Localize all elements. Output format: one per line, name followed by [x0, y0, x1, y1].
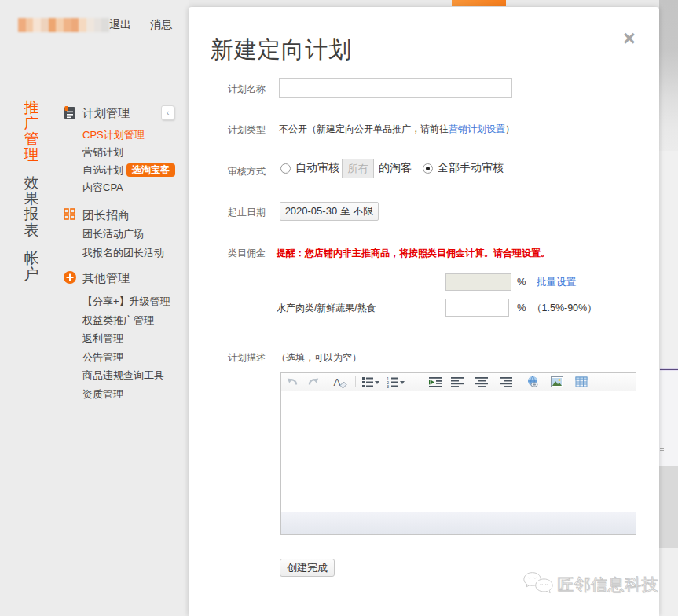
plan-type-label: 计划类型: [228, 123, 266, 137]
vnav-promotion[interactable]: 推 广 管 理: [23, 100, 40, 163]
plan-name-input[interactable]: [279, 78, 512, 98]
page-top-strip: [189, 0, 664, 7]
plus-circle-icon: [64, 271, 76, 284]
batch-commission-input[interactable]: [445, 273, 511, 291]
sidebar-item-qualification[interactable]: 资质管理: [82, 387, 123, 402]
vnav-account[interactable]: 帐 户: [23, 251, 40, 282]
clipboard-icon: [64, 106, 75, 119]
batch-setting-link[interactable]: 批量设置: [537, 276, 576, 289]
right-strip-bottom: [659, 548, 678, 616]
commission-warning: 提醒：您店铺内非主推商品，将按照类目佣金计算。请合理设置。: [277, 247, 550, 260]
screen: 退出 消息 推 广 管 理 效 果 报 表 帐 户 计划管理 ‹: [0, 0, 678, 616]
new-plan-dialog: 新建定向计划 × 计划名称 计划类型 不公开（新建定向公开单品推广，请前往营销计…: [189, 7, 659, 616]
align-right-icon[interactable]: [500, 376, 512, 388]
sidebar-item-rebate[interactable]: 返利管理: [82, 331, 123, 346]
svg-text:A: A: [334, 376, 341, 388]
date-range-button[interactable]: 2020-05-30 至 不限: [280, 202, 379, 221]
percent-sign-1: %: [517, 276, 526, 288]
right-strip-mid: [659, 151, 678, 368]
toolbar-separator-icon: [355, 376, 356, 387]
auto-review-option[interactable]: 自动审核: [295, 161, 339, 175]
percent-sign-2: %: [517, 302, 526, 314]
rich-text-editor: A 123: [280, 372, 636, 535]
auto-review-radio[interactable]: [280, 163, 291, 174]
editor-statusbar: [281, 512, 636, 534]
editor-toolbar: A 123: [281, 373, 636, 391]
taoke-badge: 选淘宝客: [126, 163, 175, 177]
redo-icon[interactable]: [307, 376, 320, 388]
right-strip-gray: [659, 466, 678, 548]
plan-type-text: 不公开（新建定向公开单品推广，请前往营销计划设置）: [279, 123, 515, 136]
manual-review-radio[interactable]: [423, 163, 433, 174]
align-center-icon[interactable]: [475, 376, 488, 388]
image-icon[interactable]: [551, 376, 563, 388]
bullet-list-caret-icon[interactable]: [374, 376, 380, 388]
sidebar-item-leader-plaza[interactable]: 团长活动广场: [82, 226, 144, 241]
indent-icon[interactable]: [429, 376, 442, 388]
watermark-text: 匠邻信息科技: [557, 574, 658, 596]
manual-review-option[interactable]: 全部手动审核: [438, 161, 504, 175]
taoke-suffix: 的淘客: [379, 161, 412, 175]
sidebar-item-announcement[interactable]: 公告管理: [82, 350, 123, 365]
category-label: 水产肉类/新鲜蔬果/熟食: [277, 302, 376, 315]
sidebar-item-self-select[interactable]: 自选计划选淘宝客: [82, 163, 175, 178]
toolbar-separator-icon: [324, 376, 324, 387]
category-commission-input[interactable]: [445, 299, 509, 317]
taoke-scope-select[interactable]: 所有: [342, 159, 374, 178]
purple-divider: [660, 368, 678, 370]
plan-name-label: 计划名称: [228, 82, 266, 96]
grid-icon: [64, 208, 75, 220]
orange-header-bar: [452, 0, 506, 6]
numbered-list-caret-icon[interactable]: [399, 376, 405, 388]
vertical-nav: 推 广 管 理 效 果 报 表 帐 户: [23, 100, 40, 295]
marketing-plan-settings-link[interactable]: 营销计划设置: [449, 123, 505, 134]
right-strip-top: [659, 0, 678, 151]
description-hint: （选填，可以为空）: [277, 351, 361, 365]
sidebar-section-plan[interactable]: 计划管理: [82, 106, 130, 121]
commission-range: （1.5%-90%）: [532, 302, 597, 315]
sidebar-item-content-cpa[interactable]: 内容CPA: [82, 180, 123, 195]
create-complete-button[interactable]: 创建完成: [280, 559, 335, 577]
date-range-label: 起止日期: [228, 206, 266, 219]
sidebar-item-cps[interactable]: CPS计划管理: [82, 127, 145, 142]
svg-text:3: 3: [387, 384, 389, 389]
sidebar-item-rights-promo[interactable]: 权益类推广管理: [82, 313, 154, 328]
vnav-reports[interactable]: 效 果 报 表: [23, 175, 40, 238]
description-label: 计划描述: [228, 351, 266, 365]
commission-label: 类目佣金: [228, 247, 266, 260]
bullet-list-icon[interactable]: [361, 376, 374, 388]
numbered-list-icon[interactable]: 123: [387, 376, 399, 388]
close-icon[interactable]: ×: [619, 28, 640, 49]
watermark: 匠邻信息科技: [523, 571, 658, 597]
sidebar-section-leader[interactable]: 团长招商: [82, 208, 130, 223]
sidebar-item-marketing[interactable]: 营销计划: [82, 145, 123, 160]
username-blurred: [18, 18, 109, 32]
toolbar-separator-icon: [519, 376, 519, 387]
dialog-title: 新建定向计划: [211, 35, 352, 66]
remove-format-icon[interactable]: A: [332, 376, 347, 388]
undo-icon[interactable]: [286, 376, 299, 388]
align-left-icon[interactable]: [451, 376, 464, 388]
sidebar-item-share-upgrade[interactable]: 【分享+】升级管理: [82, 294, 170, 309]
sidebar-collapse-button[interactable]: ‹: [161, 105, 174, 120]
messages-link[interactable]: 消息: [150, 18, 172, 32]
sidebar-section-other[interactable]: 其他管理: [82, 271, 130, 286]
logout-link[interactable]: 退出: [109, 18, 131, 32]
sidebar-item-violation-tool[interactable]: 商品违规查询工具: [82, 368, 164, 383]
tiny-text-marks: [660, 446, 664, 453]
link-icon[interactable]: [526, 376, 539, 388]
sidebar-item-leader-signed[interactable]: 我报名的团长活动: [82, 245, 164, 260]
editor-content[interactable]: [281, 391, 636, 512]
table-icon[interactable]: [575, 376, 588, 388]
review-mode-label: 审核方式: [228, 165, 266, 178]
wechat-bubbles-icon: [523, 571, 553, 597]
